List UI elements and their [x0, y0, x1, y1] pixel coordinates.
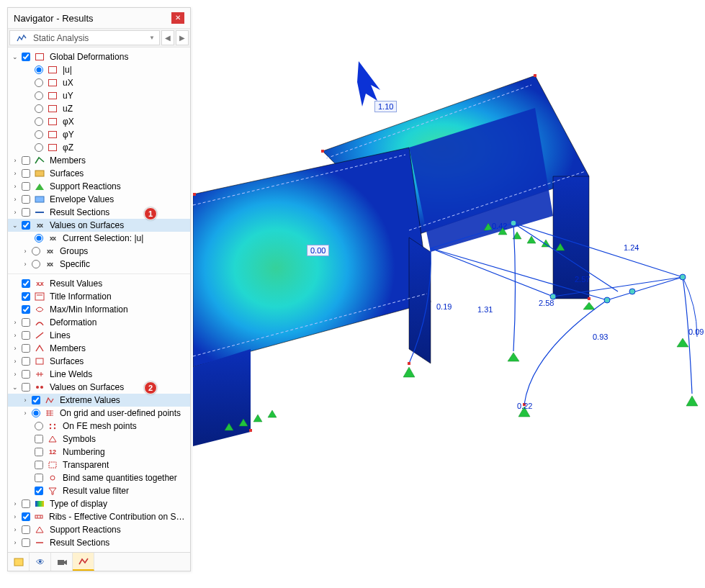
checkbox-deformation[interactable]	[22, 318, 30, 327]
tree-node-surfaces2[interactable]: › Surfaces	[8, 355, 190, 368]
tree-node-values-on-surfaces-2[interactable]: ⌄ Values on Surfaces	[8, 381, 190, 394]
expand-icon[interactable]: ›	[11, 332, 19, 339]
panel-close-button[interactable]: ✕	[171, 12, 184, 24]
radio-ux[interactable]	[35, 78, 43, 87]
checkbox-rvfilter[interactable]	[35, 487, 43, 495]
checkbox-members[interactable]	[22, 156, 30, 165]
tree-node-uz[interactable]: uZ	[8, 102, 190, 115]
radio-phiy[interactable]	[35, 130, 43, 139]
tree-node-on-grid[interactable]: › On grid and user-defined points	[8, 407, 190, 420]
radio-groups[interactable]	[32, 247, 40, 255]
tree-node-phix[interactable]: φX	[8, 115, 190, 128]
tree-node-result-sections-2[interactable]: › Result Sections	[8, 536, 190, 549]
checkbox-typeofdisplay[interactable]	[22, 499, 30, 508]
collapse-icon[interactable]: ⌄	[11, 222, 19, 229]
expand-icon[interactable]: ›	[21, 248, 30, 255]
next-button[interactable]: ▶	[176, 30, 189, 45]
tree-node-transparent[interactable]: Transparent	[8, 458, 190, 471]
tree-node-surfaces[interactable]: › Surfaces	[8, 167, 190, 180]
expand-icon[interactable]: ›	[11, 170, 19, 177]
tab-data[interactable]	[8, 553, 30, 571]
radio-uy[interactable]	[35, 91, 43, 100]
expand-icon[interactable]: ›	[21, 261, 30, 268]
checkbox-rs2[interactable]	[22, 538, 30, 547]
tree-node-maxmin[interactable]: Max/Min Information	[8, 303, 190, 316]
tree-node-result-value-filter[interactable]: Result value filter	[8, 484, 190, 497]
radio-u-abs[interactable]	[35, 65, 43, 74]
radio-current-selection[interactable]	[35, 234, 43, 243]
checkbox-surfaces[interactable]	[22, 169, 30, 178]
radio-specific[interactable]	[32, 260, 40, 268]
collapse-icon[interactable]: ⌄	[11, 384, 19, 391]
checkbox-envelope[interactable]	[22, 195, 30, 204]
tree-node-members2[interactable]: › Members	[8, 342, 190, 355]
radio-on-grid[interactable]	[32, 409, 40, 417]
expand-icon[interactable]: ›	[11, 345, 19, 352]
tree-node-u-abs[interactable]: |u|	[8, 63, 190, 76]
model-viewport[interactable]: 1.10 0.00 0.42 1.24 2.57 2.58 1.31 0.19 …	[193, 7, 700, 581]
radio-uz[interactable]	[35, 104, 43, 113]
tree-node-title-information[interactable]: Title Information	[8, 290, 190, 303]
checkbox-numbering[interactable]	[35, 448, 43, 456]
tab-results[interactable]	[73, 553, 94, 571]
checkbox-bindsame[interactable]	[35, 474, 43, 482]
expand-icon[interactable]: ›	[11, 196, 19, 203]
tree-node-linewelds[interactable]: › Line Welds	[8, 368, 190, 381]
tree-node-bind-same[interactable]: Bind same quantities together	[8, 471, 190, 484]
expand-icon[interactable]: ›	[11, 539, 19, 546]
tree-node-phiz[interactable]: φZ	[8, 141, 190, 154]
expand-icon[interactable]: ›	[21, 397, 30, 404]
tree-node-deformation[interactable]: › Deformation	[8, 316, 190, 329]
checkbox-members2[interactable]	[22, 344, 30, 353]
expand-icon[interactable]: ›	[11, 500, 19, 507]
tree-node-values-on-surfaces[interactable]: ⌄ xx Values on Surfaces	[8, 219, 190, 232]
checkbox-surfaces2[interactable]	[22, 357, 30, 366]
expand-icon[interactable]: ›	[11, 526, 19, 533]
tree-node-groups[interactable]: › xx Groups	[8, 245, 190, 258]
tab-display[interactable]: 👁	[30, 553, 51, 571]
tree-node-ribs[interactable]: › Ribs - Effective Contribution on Sur..…	[8, 510, 190, 523]
checkbox-vos2[interactable]	[22, 383, 30, 392]
checkbox-linewelds[interactable]	[22, 370, 30, 379]
radio-on-fe[interactable]	[35, 422, 43, 430]
tree-node-global-deformations[interactable]: ⌄ Global Deformations	[8, 50, 190, 63]
expand-icon[interactable]: ›	[11, 358, 19, 365]
expand-icon[interactable]: ›	[11, 371, 19, 378]
expand-icon[interactable]: ›	[11, 319, 19, 326]
expand-icon[interactable]: ›	[11, 183, 19, 190]
checkbox-transparent[interactable]	[35, 461, 43, 469]
checkbox-maxmin[interactable]	[22, 305, 30, 314]
radio-phix[interactable]	[35, 117, 43, 126]
tree-node-specific[interactable]: › xx Specific	[8, 258, 190, 271]
tree-node-envelope-values[interactable]: › Envelope Values	[8, 193, 190, 206]
checkbox-supports[interactable]	[22, 182, 30, 191]
checkbox-extreme[interactable]	[32, 396, 40, 404]
expand-icon[interactable]: ›	[11, 209, 19, 216]
tree-node-result-values[interactable]: x.x Result Values	[8, 277, 190, 290]
tree-node-extreme-values[interactable]: › Extreme Values	[8, 394, 190, 407]
tree-node-current-selection[interactable]: xx Current Selection: |u|	[8, 232, 190, 245]
tree-node-phiy[interactable]: φY	[8, 128, 190, 141]
checkbox-ribs[interactable]	[22, 512, 30, 521]
checkbox-lines[interactable]	[22, 331, 30, 340]
tree-node-symbols[interactable]: Symbols	[8, 433, 190, 445]
tree-node-support-reactions-2[interactable]: › Support Reactions	[8, 523, 190, 536]
tab-views[interactable]	[51, 553, 73, 571]
tree-node-numbering[interactable]: 12 Numbering	[8, 445, 190, 458]
expand-icon[interactable]: ›	[11, 513, 19, 520]
tree-node-type-of-display[interactable]: › Type of display	[8, 497, 190, 510]
checkbox-symbols[interactable]	[35, 435, 43, 443]
checkbox-global-deformations[interactable]	[22, 53, 30, 61]
tree-node-uy[interactable]: uY	[8, 89, 190, 102]
prev-button[interactable]: ◀	[161, 30, 174, 45]
tree-node-lines2[interactable]: › Lines	[8, 329, 190, 342]
tree-node-support-reactions[interactable]: › Support Reactions	[8, 180, 190, 193]
radio-phiz[interactable]	[35, 143, 43, 152]
tree-node-result-sections[interactable]: › Result Sections	[8, 206, 190, 219]
checkbox-titleinfo[interactable]	[22, 292, 30, 301]
checkbox-result-values[interactable]	[22, 279, 30, 288]
tree-node-on-fe[interactable]: On FE mesh points	[8, 420, 190, 433]
tree-node-members[interactable]: › Members	[8, 154, 190, 167]
checkbox-sr2[interactable]	[22, 525, 30, 534]
collapse-icon[interactable]: ⌄	[11, 53, 19, 60]
